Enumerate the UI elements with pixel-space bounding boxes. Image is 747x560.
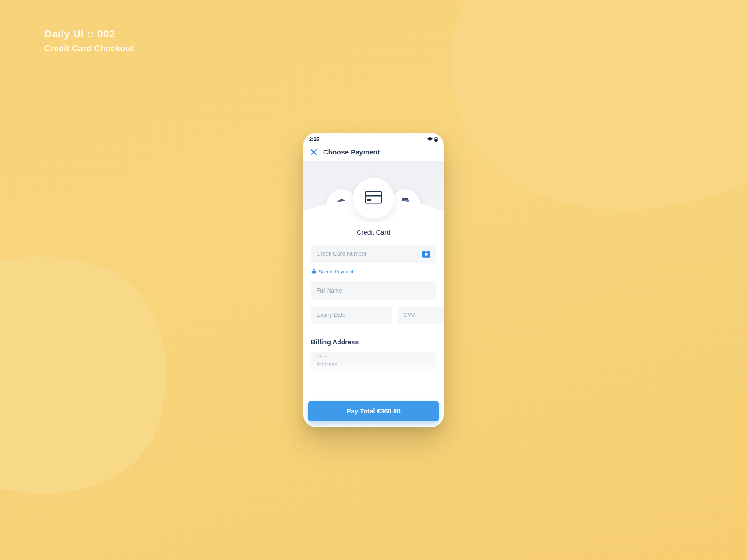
address-input[interactable] [317,357,430,368]
svg-rect-15 [312,271,316,274]
phone-frame: 2:25 Choose Payment [303,133,444,427]
payment-form: Secure Payment Billing Address Address [303,236,444,373]
card-number-input[interactable] [317,251,422,257]
status-time: 2:25 [309,136,319,142]
billing-address-title: Billing Address [311,338,436,346]
cvv-field[interactable] [398,306,444,324]
svg-rect-14 [425,251,427,252]
payment-method-credit-card[interactable] [353,178,394,219]
header-title: Choose Payment [323,148,380,156]
svg-rect-9 [366,195,382,197]
full-name-field[interactable] [311,281,436,300]
decorative-blob [0,217,199,529]
overlay-line-2: Credit Card Checkout [44,44,134,54]
close-icon[interactable] [310,148,317,156]
pay-button[interactable]: Pay Total €360.00 [308,401,439,421]
battery-icon [434,137,438,142]
secure-payment-note: Secure Payment [311,269,436,281]
lock-icon [312,269,316,275]
svg-rect-10 [367,199,371,201]
svg-rect-2 [435,139,437,141]
cvv-input[interactable] [403,312,444,318]
status-icons [427,137,438,142]
page-title-overlay: Daily UI :: 002 Credit Card Checkout [44,28,134,54]
overlay-line-1: Daily UI :: 002 [44,28,134,40]
credit-card-icon [365,191,382,206]
expiry-input[interactable] [317,312,387,318]
status-bar: 2:25 [303,133,444,143]
decorative-blob [419,0,747,245]
app-header: Choose Payment [303,143,444,161]
address-field[interactable]: Address [311,352,436,373]
card-number-field[interactable] [311,245,436,263]
svg-point-12 [425,253,428,256]
wifi-icon [427,137,433,141]
scan-card-icon[interactable] [422,251,430,258]
payment-method-panel [303,161,444,222]
selected-method-label: Credit Card [303,229,444,236]
secure-payment-label: Secure Payment [319,269,353,274]
expiry-field[interactable] [311,306,392,324]
svg-rect-8 [366,192,382,203]
full-name-input[interactable] [317,287,430,294]
address-field-label: Address [317,354,330,358]
